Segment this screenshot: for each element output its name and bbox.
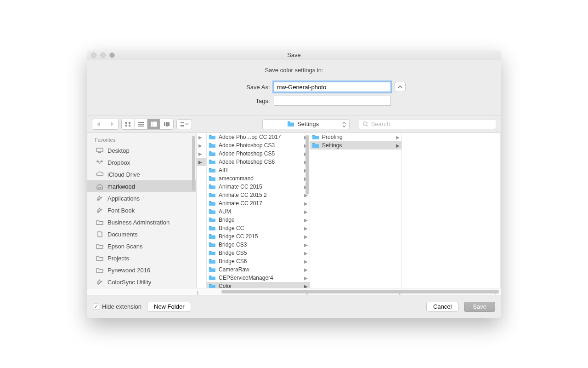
column-view: ▶ ▶ ▶ ▶ Adobe Pho…op CC 2017▶Adobe Photo… xyxy=(197,133,501,288)
sidebar: Favorites DesktopDropboxiCloud Drivemark… xyxy=(87,133,197,288)
sidebar-item[interactable]: Projects xyxy=(87,252,196,264)
folder-row[interactable]: Bridge CS6▶ xyxy=(207,257,310,265)
sidebar-item-label: Pynewood 2016 xyxy=(107,267,150,274)
folder-label: Bridge CS3 xyxy=(219,242,304,248)
folder-row[interactable]: CameraRaw▶ xyxy=(207,265,310,274)
save-button[interactable]: Save xyxy=(464,302,495,312)
folder-row[interactable]: Adobe Photoshop CS5▶ xyxy=(207,150,310,158)
save-dialog: Save Save color settings in: Save As: Ta… xyxy=(87,50,501,318)
search-box[interactable] xyxy=(359,119,496,129)
folder-row[interactable]: Adobe Pho…op CC 2017▶ xyxy=(207,133,310,141)
search-input[interactable] xyxy=(371,121,492,127)
sidebar-item[interactable]: iCloud Drive xyxy=(87,168,196,180)
folder-icon xyxy=(96,255,104,261)
hide-extension-checkbox[interactable]: Hide extension xyxy=(93,303,141,310)
sidebar-item[interactable]: Pynewood 2016 xyxy=(87,264,196,276)
svg-rect-20 xyxy=(96,148,103,152)
folder-label: Bridge CS5 xyxy=(219,250,304,256)
folder-row[interactable]: Animate CC 2015▶ xyxy=(207,183,310,191)
list-view-button[interactable] xyxy=(135,119,147,129)
folder-icon xyxy=(287,121,294,127)
folder-row[interactable]: Color▶ xyxy=(207,282,310,288)
sidebar-item[interactable]: markwood xyxy=(87,180,196,192)
folder-row[interactable]: Animate CC 2017▶ xyxy=(207,199,310,207)
svg-rect-36 xyxy=(209,242,211,243)
folder-row[interactable]: AUM▶ xyxy=(207,207,310,216)
folder-row[interactable]: CEPServiceManager4▶ xyxy=(207,274,310,282)
column-preview xyxy=(402,133,501,288)
sidebar-item[interactable]: Business Adminstration xyxy=(87,216,196,228)
sidebar-item[interactable]: Font Book xyxy=(87,204,196,216)
new-folder-button[interactable]: New Folder xyxy=(147,302,191,312)
window-title: Save xyxy=(87,52,501,58)
toolbar: Settings xyxy=(87,115,501,132)
svg-line-19 xyxy=(367,125,368,126)
svg-rect-5 xyxy=(138,124,144,125)
svg-rect-25 xyxy=(209,151,211,152)
disclosure-arrow-icon: ▶ xyxy=(396,143,400,148)
coverflow-view-button[interactable] xyxy=(160,119,173,129)
sidebar-item[interactable]: ColorSync Utility xyxy=(87,276,196,288)
column-prev-sliver[interactable]: ▶ ▶ ▶ ▶ xyxy=(197,133,207,288)
folder-row[interactable]: Animate CC 2015.2▶ xyxy=(207,191,310,199)
folder-row[interactable]: Proofing▶ xyxy=(310,133,401,141)
folder-row[interactable]: Bridge CS3▶ xyxy=(207,241,310,249)
columns-icon xyxy=(151,121,157,127)
svg-rect-43 xyxy=(312,143,315,144)
sidebar-item-label: Business Adminstration xyxy=(107,219,170,226)
horizontal-scrollbar[interactable]: ‖ ‖ ‖ ‖ xyxy=(87,288,501,295)
disclosure-arrow-icon: ▶ xyxy=(304,251,308,256)
sidebar-item[interactable]: Dropbox xyxy=(87,156,196,168)
column-1-scrollbar[interactable] xyxy=(305,135,309,195)
location-popup[interactable]: Settings xyxy=(262,119,350,129)
group-icon xyxy=(180,121,188,127)
cancel-button[interactable]: Cancel xyxy=(426,302,458,312)
sidebar-scrollbar[interactable] xyxy=(192,136,195,285)
back-button[interactable] xyxy=(92,119,105,129)
sidebar-item[interactable]: Epson Scans xyxy=(87,240,196,252)
icon-view-button[interactable] xyxy=(122,119,135,129)
folder-label: AIR xyxy=(219,167,304,173)
folder-label: Animate CC 2017 xyxy=(219,200,304,207)
group-by-button[interactable] xyxy=(176,119,192,129)
header-subtitle: Save color settings in: xyxy=(87,67,501,74)
sidebar-item[interactable]: Applications xyxy=(87,192,196,204)
folder-row[interactable]: Bridge▶ xyxy=(207,216,310,224)
svg-rect-1 xyxy=(129,122,130,124)
sidebar-item-label: markwood xyxy=(107,183,135,190)
folder-label: Bridge CS6 xyxy=(219,258,304,264)
folder-label: Settings xyxy=(322,142,396,149)
folder-row[interactable]: Bridge CC▶ xyxy=(207,224,310,232)
tags-label: Tags: xyxy=(183,98,270,104)
folder-label: Bridge CC xyxy=(219,225,304,231)
collapse-button[interactable] xyxy=(395,82,406,92)
location-label: Settings xyxy=(297,121,319,127)
tags-input[interactable] xyxy=(274,96,391,106)
folder-row[interactable]: amecommand▶ xyxy=(207,174,310,183)
sidebar-item[interactable]: Desktop xyxy=(87,144,196,156)
save-as-input[interactable] xyxy=(274,82,391,92)
column-resize-handle[interactable]: ‖ xyxy=(197,292,202,294)
svg-rect-28 xyxy=(209,176,211,177)
forward-button[interactable] xyxy=(105,119,118,129)
folder-label: Adobe Photoshop CS5 xyxy=(219,150,304,157)
svg-rect-10 xyxy=(164,122,165,126)
folder-row[interactable]: Adobe Photoshop CS6▶ xyxy=(207,158,310,166)
folder-row[interactable]: Adobe Photoshop CS3▶ xyxy=(207,141,310,150)
sidebar-item-label: iCloud Drive xyxy=(107,171,140,178)
sidebar-item-label: Epson Scans xyxy=(107,243,143,250)
folder-row[interactable]: Bridge CS5▶ xyxy=(207,249,310,257)
column-1[interactable]: Adobe Pho…op CC 2017▶Adobe Photoshop CS3… xyxy=(207,133,310,288)
column-view-button[interactable] xyxy=(147,119,160,129)
folder-row[interactable]: Settings▶ xyxy=(310,141,401,150)
folder-row[interactable]: Bridge CC 2015▶ xyxy=(207,232,310,241)
folder-row[interactable]: AIR▶ xyxy=(207,166,310,174)
dialog-footer: Hide extension New Folder Cancel Save xyxy=(87,295,501,318)
search-icon xyxy=(363,121,368,127)
folder-label: Bridge CC 2015 xyxy=(219,233,304,240)
svg-rect-8 xyxy=(153,122,154,126)
svg-rect-29 xyxy=(209,184,211,185)
sidebar-item[interactable]: Documents xyxy=(87,228,196,240)
column-2[interactable]: Proofing▶Settings▶ xyxy=(310,133,402,288)
svg-rect-27 xyxy=(209,168,211,169)
